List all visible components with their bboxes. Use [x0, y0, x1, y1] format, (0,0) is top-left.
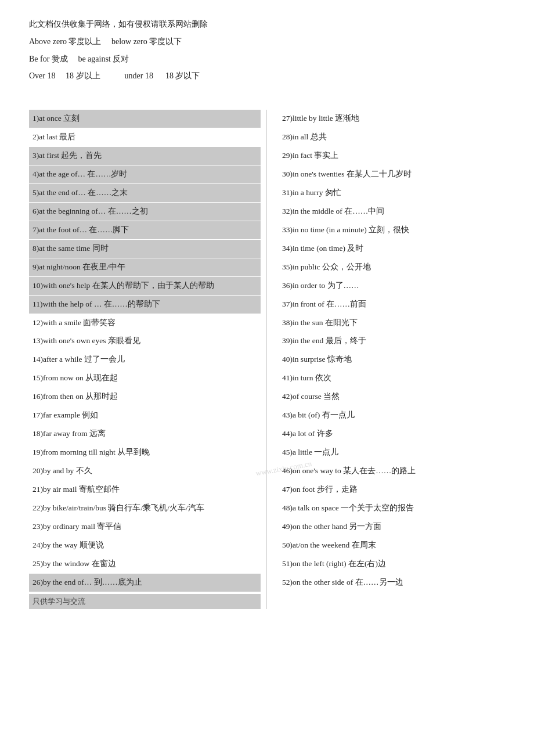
left-phrase-item: 12)with a smile 面带笑容	[29, 314, 261, 332]
left-phrase-item: 23)by ordinary mail 寄平信	[29, 518, 261, 536]
left-column: 1)at once 立刻2)at last 最后3)at first 起先，首先…	[29, 110, 267, 609]
left-phrase-item: 6)at the beginning of… 在……之初	[29, 203, 261, 221]
header-line-3: Be for 赞成 be against 反对	[29, 52, 505, 66]
left-phrase-item: 14)after a while 过了一会儿	[29, 351, 261, 369]
left-phrase-item: 26)by the end of… 到……底为止	[29, 574, 261, 592]
right-phrase-item: 45)a little 一点儿	[279, 444, 505, 462]
left-phrase-item: 22)by bike/air/train/bus 骑自行车/乘飞机/火车/汽车	[29, 499, 261, 517]
right-phrase-item: 39)in the end 最后，终于	[279, 332, 505, 350]
right-phrase-item: 47)on foot 步行，走路	[279, 481, 505, 499]
right-phrase-item: 27)little by little 逐渐地	[279, 110, 505, 128]
right-phrase-item: 33)in no time (in a minute) 立刻，很快	[279, 221, 505, 239]
left-phrase-item: 2)at last 最后	[29, 128, 261, 146]
right-phrase-item: 41)in turn 依次	[279, 369, 505, 387]
left-phrase-item: 4)at the age of… 在……岁时	[29, 165, 261, 183]
left-phrase-item: 7)at the foot of… 在……脚下	[29, 221, 261, 239]
right-phrase-item: 40)in surprise 惊奇地	[279, 351, 505, 369]
left-phrase-item: 1)at once 立刻	[29, 110, 261, 128]
left-phrase-item: 20)by and by 不久	[29, 462, 261, 480]
left-phrase-item: 10)with one's help 在某人的帮助下，由于某人的帮助	[29, 277, 261, 295]
header-line-2: Above zero 零度以上 below zero 零度以下	[29, 35, 505, 49]
right-phrase-item: 51)on the left (right) 在左(右)边	[279, 555, 505, 573]
main-columns: 1)at once 立刻2)at last 最后3)at first 起先，首先…	[29, 110, 505, 609]
header-line-4: Over 18 18 岁以上 under 18 18 岁以下	[29, 69, 505, 83]
left-phrase-item: 19)from morning till night 从早到晚	[29, 444, 261, 462]
header-line-1: 此文档仅供收集于网络，如有侵权请联系网站删除	[29, 17, 505, 31]
right-phrase-item: 31)in a hurry 匆忙	[279, 184, 505, 202]
right-phrase-item: 52)on the other side of 在……另一边	[279, 574, 505, 592]
right-phrase-item: 38)in the sun 在阳光下	[279, 314, 505, 332]
right-phrase-item: 44)a lot of 许多	[279, 425, 505, 443]
right-phrase-item: 29)in fact 事实上	[279, 147, 505, 165]
right-phrase-item: 28)in all 总共	[279, 128, 505, 146]
left-phrase-item: 3)at first 起先，首先	[29, 147, 261, 165]
left-phrase-item: 18)far away from 远离	[29, 425, 261, 443]
left-phrase-item: 13)with one's own eyes 亲眼看见	[29, 332, 261, 350]
left-phrase-item: 5)at the end of… 在……之末	[29, 184, 261, 202]
left-phrase-item: 16)from then on 从那时起	[29, 388, 261, 406]
left-phrase-item: 9)at night/noon 在夜里/中午	[29, 258, 261, 276]
right-phrase-item: 43)a bit (of) 有一点儿	[279, 406, 505, 424]
header-section: 此文档仅供收集于网络，如有侵权请联系网站删除 Above zero 零度以上 b…	[29, 17, 505, 83]
left-phrase-item: 24)by the way 顺便说	[29, 537, 261, 555]
right-phrase-item: 46)on one's way to 某人在去……的路上	[279, 462, 505, 480]
right-phrase-item: 36)in order to 为了……	[279, 277, 505, 295]
left-phrase-item: 25)by the window 在窗边	[29, 555, 261, 573]
right-phrase-item: 37)in front of 在……前面	[279, 296, 505, 314]
left-phrase-item: 11)with the help of … 在……的帮助下	[29, 296, 261, 314]
right-column: 27)little by little 逐渐地28)in all 总共29)in…	[267, 110, 505, 609]
right-phrase-item: 30)in one's twenties 在某人二十几岁时	[279, 165, 505, 183]
footer-note: 只供学习与交流	[29, 594, 261, 609]
left-phrase-item: 8)at the same time 同时	[29, 240, 261, 258]
left-phrase-item: 15)from now on 从现在起	[29, 369, 261, 387]
right-phrase-item: 49)on the other hand 另一方面	[279, 518, 505, 536]
right-phrase-item: 32)in the middle of 在……中间	[279, 203, 505, 221]
right-phrase-item: 34)in time (on time) 及时	[279, 240, 505, 258]
right-phrase-item: 35)in public 公众，公开地	[279, 258, 505, 276]
right-phrase-item: 48)a talk on space 一个关于太空的报告	[279, 499, 505, 517]
right-phrase-item: 50)at/on the weekend 在周末	[279, 537, 505, 555]
left-phrase-item: 21)by air mail 寄航空邮件	[29, 481, 261, 499]
right-phrase-item: 42)of course 当然	[279, 388, 505, 406]
left-phrase-item: 17)far example 例如	[29, 406, 261, 424]
